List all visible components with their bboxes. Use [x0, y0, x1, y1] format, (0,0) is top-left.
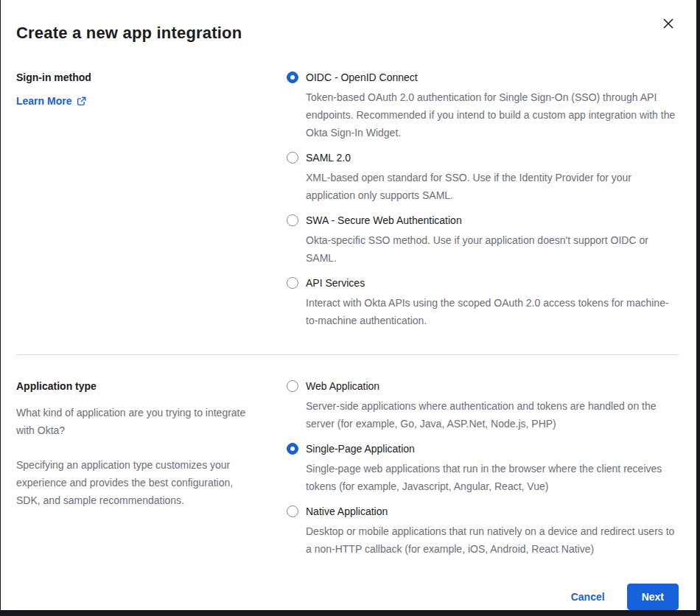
sign-in-method-option-2[interactable]: SAML 2.0 XML-based open standard for SSO…: [287, 150, 679, 204]
sign-in-method-radio-3[interactable]: [287, 214, 298, 226]
radio-option-label: Single-Page Application: [306, 441, 679, 456]
section-divider: [16, 354, 679, 355]
close-icon[interactable]: [661, 16, 676, 31]
dialog-footer: Cancel Next: [16, 584, 679, 610]
application-type-option-1[interactable]: Web Application Server-side applications…: [287, 379, 679, 433]
external-link-icon: [77, 97, 86, 106]
radio-option-description: XML-based open standard for SSO. Use if …: [306, 169, 679, 204]
sign-in-method-section: Sign-in method Learn More OIDC - OpenID …: [16, 70, 679, 338]
sign-in-method-label: Sign-in method: [16, 70, 254, 85]
radio-option-label: Web Application: [306, 379, 679, 393]
application-type-options: Web Application Server-side applications…: [287, 379, 679, 567]
create-app-integration-dialog: Create a new app integration Sign-in met…: [1, 0, 696, 610]
application-type-description-1: What kind of application are you trying …: [16, 404, 254, 439]
application-type-section: Application type What kind of applicatio…: [16, 379, 679, 567]
application-type-radio-1[interactable]: [287, 380, 298, 392]
radio-option-label: SAML 2.0: [306, 150, 679, 165]
sign-in-method-options: OIDC - OpenID Connect Token-based OAuth …: [287, 70, 679, 338]
sign-in-method-option-1[interactable]: OIDC - OpenID Connect Token-based OAuth …: [287, 70, 679, 141]
radio-option-label: API Services: [306, 276, 679, 290]
radio-option-description: Okta-specific SSO method. Use if your ap…: [306, 231, 679, 267]
radio-option-label: SWA - Secure Web Authentication: [306, 213, 679, 228]
application-type-option-3[interactable]: Native Application Desktop or mobile app…: [287, 504, 679, 558]
radio-option-description: Single-page web applications that run in…: [306, 460, 679, 495]
radio-option-description: Server-side applications where authentic…: [306, 397, 679, 433]
application-type-radio-2-selected[interactable]: [287, 443, 298, 455]
radio-option-description: Interact with Okta APIs using the scoped…: [306, 294, 679, 329]
sign-in-method-radio-4[interactable]: [287, 277, 298, 289]
sign-in-method-radio-2[interactable]: [287, 152, 298, 164]
radio-option-description: Desktop or mobile applications that run …: [306, 522, 679, 558]
application-type-description-2: Specifying an application type customize…: [16, 456, 254, 509]
application-type-option-2[interactable]: Single-Page Application Single-page web …: [287, 441, 679, 495]
sign-in-method-radio-1-selected[interactable]: [287, 71, 298, 83]
application-type-radio-3[interactable]: [287, 505, 298, 517]
radio-option-label: OIDC - OpenID Connect: [306, 70, 679, 85]
sign-in-method-option-4[interactable]: API Services Interact with Okta APIs usi…: [287, 276, 679, 329]
sign-in-method-option-3[interactable]: SWA - Secure Web Authentication Okta-spe…: [287, 213, 679, 267]
learn-more-link[interactable]: Learn More: [16, 95, 86, 107]
dialog-title: Create a new app integration: [16, 24, 679, 43]
cancel-button[interactable]: Cancel: [571, 591, 605, 603]
radio-option-label: Native Application: [306, 504, 679, 519]
application-type-label: Application type: [16, 379, 254, 393]
learn-more-label: Learn More: [16, 95, 71, 107]
radio-option-description: Token-based OAuth 2.0 authentication for…: [306, 88, 679, 141]
next-button[interactable]: Next: [627, 584, 679, 610]
